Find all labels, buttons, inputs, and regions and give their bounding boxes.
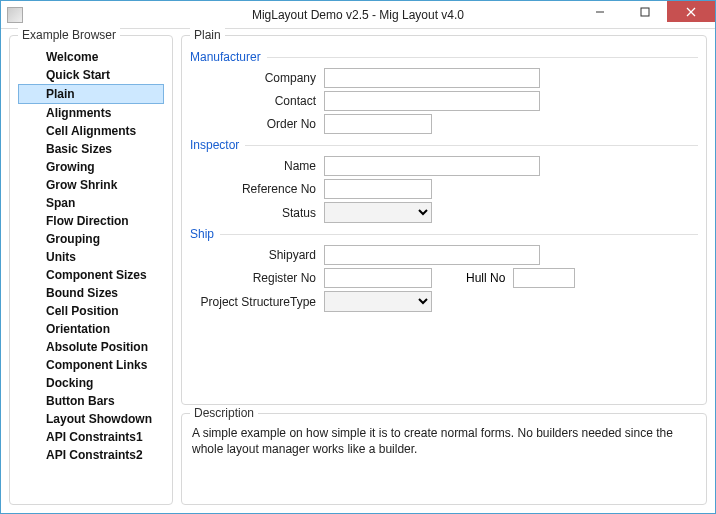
- description-panel: Description A simple example on how simp…: [181, 413, 707, 505]
- description-legend: Description: [190, 406, 258, 420]
- shipyard-input[interactable]: [324, 245, 540, 265]
- main-panel: Plain Manufacturer Company Contact Order…: [181, 35, 707, 505]
- manufacturer-heading-text: Manufacturer: [190, 50, 261, 64]
- manufacturer-heading: Manufacturer: [190, 50, 698, 64]
- sidebar-item[interactable]: Basic Sizes: [18, 140, 164, 158]
- sidebar-item[interactable]: Cell Alignments: [18, 122, 164, 140]
- sidebar-item[interactable]: Orientation: [18, 320, 164, 338]
- hullno-input[interactable]: [513, 268, 575, 288]
- company-input[interactable]: [324, 68, 540, 88]
- separator: [245, 145, 698, 146]
- sidebar-item[interactable]: Quick Start: [18, 66, 164, 84]
- close-button[interactable]: [667, 1, 715, 22]
- inspector-heading: Inspector: [190, 138, 698, 152]
- sidebar-item[interactable]: Grouping: [18, 230, 164, 248]
- plain-legend: Plain: [190, 28, 225, 42]
- sidebar-item[interactable]: Layout Showdown: [18, 410, 164, 428]
- sidebar-item[interactable]: Grow Shrink: [18, 176, 164, 194]
- shipyard-label: Shipyard: [198, 248, 324, 262]
- sidebar-item[interactable]: Span: [18, 194, 164, 212]
- maximize-icon: [640, 7, 650, 17]
- regno-input[interactable]: [324, 268, 432, 288]
- inspector-heading-text: Inspector: [190, 138, 239, 152]
- sidebar-item[interactable]: Units: [18, 248, 164, 266]
- separator: [220, 234, 698, 235]
- maximize-button[interactable]: [622, 1, 667, 22]
- company-label: Company: [198, 71, 324, 85]
- sidebar-item[interactable]: Button Bars: [18, 392, 164, 410]
- regno-label: Register No: [198, 271, 324, 285]
- sidebar-item[interactable]: Bound Sizes: [18, 284, 164, 302]
- sidebar-item[interactable]: Cell Position: [18, 302, 164, 320]
- refno-input[interactable]: [324, 179, 432, 199]
- description-text: A simple example on how simple it is to …: [190, 424, 698, 459]
- app-window: MigLayout Demo v2.5 - Mig Layout v4.0 Ex…: [0, 0, 716, 514]
- sidebar-item[interactable]: Docking: [18, 374, 164, 392]
- close-icon: [686, 7, 696, 17]
- content-area: Example Browser WelcomeQuick StartPlainA…: [1, 29, 715, 513]
- ship-heading-text: Ship: [190, 227, 214, 241]
- refno-label: Reference No: [198, 182, 324, 196]
- sidebar-item[interactable]: Alignments: [18, 104, 164, 122]
- svg-rect-1: [641, 8, 649, 16]
- ship-heading: Ship: [190, 227, 698, 241]
- pst-label: Project StructureType: [198, 295, 324, 309]
- status-label: Status: [198, 206, 324, 220]
- contact-input[interactable]: [324, 91, 540, 111]
- sidebar-item[interactable]: API Constraints1: [18, 428, 164, 446]
- orderno-label: Order No: [198, 117, 324, 131]
- minimize-button[interactable]: [577, 1, 622, 22]
- sidebar-item[interactable]: Absolute Position: [18, 338, 164, 356]
- name-input[interactable]: [324, 156, 540, 176]
- orderno-input[interactable]: [324, 114, 432, 134]
- name-label: Name: [198, 159, 324, 173]
- sidebar-item[interactable]: Flow Direction: [18, 212, 164, 230]
- minimize-icon: [595, 7, 605, 17]
- hullno-label: Hull No: [466, 271, 505, 285]
- sidebar-item[interactable]: Growing: [18, 158, 164, 176]
- example-list: WelcomeQuick StartPlainAlignmentsCell Al…: [18, 46, 164, 466]
- sidebar-item[interactable]: API Constraints2: [18, 446, 164, 464]
- contact-label: Contact: [198, 94, 324, 108]
- sidebar-item[interactable]: Component Links: [18, 356, 164, 374]
- sidebar-legend: Example Browser: [18, 28, 120, 42]
- pst-select[interactable]: [324, 291, 432, 312]
- sidebar-item[interactable]: Welcome: [18, 48, 164, 66]
- window-controls: [577, 1, 715, 28]
- sidebar-item[interactable]: Plain: [18, 84, 164, 104]
- app-icon: [7, 7, 23, 23]
- separator: [267, 57, 698, 58]
- status-select[interactable]: [324, 202, 432, 223]
- plain-panel: Plain Manufacturer Company Contact Order…: [181, 35, 707, 405]
- sidebar-item[interactable]: Component Sizes: [18, 266, 164, 284]
- titlebar: MigLayout Demo v2.5 - Mig Layout v4.0: [1, 1, 715, 29]
- example-browser-panel: Example Browser WelcomeQuick StartPlainA…: [9, 35, 173, 505]
